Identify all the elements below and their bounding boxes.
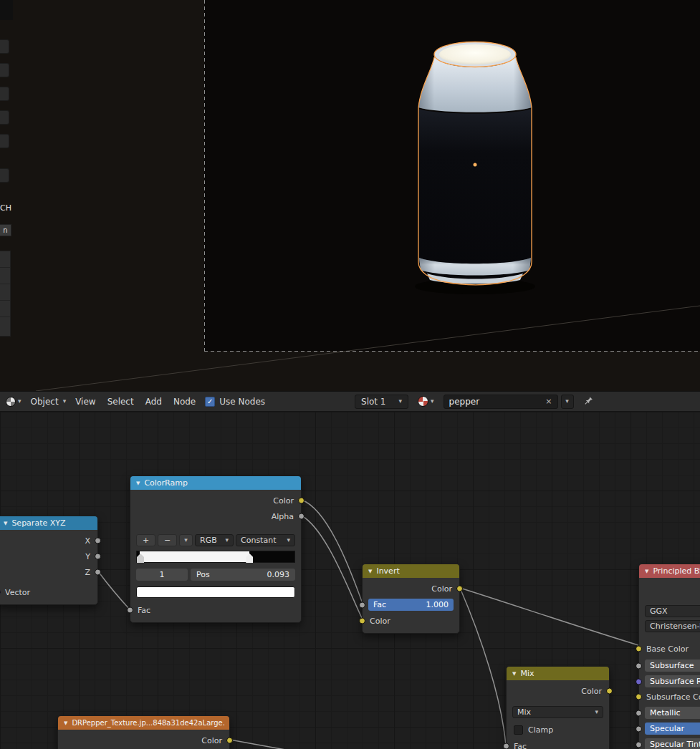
slot-value: Slot 1 [361, 397, 385, 407]
socket-subsurface-radius-input[interactable] [636, 678, 642, 685]
input-label: Subsurface [650, 661, 694, 670]
node-principled-bsdf[interactable]: ▼ Principled BS GGX ▾ Christensen-B ▾ Ba… [638, 564, 700, 749]
socket-color-output[interactable] [606, 688, 613, 695]
node-editor[interactable]: ▼ Separate XYZ X Y Z Vector [0, 412, 700, 749]
ramp-stop-2[interactable] [246, 554, 253, 563]
socket-subsurface-color-input[interactable] [636, 694, 642, 700]
output-label: Color [201, 736, 222, 745]
socket-subsurface-input[interactable] [636, 662, 642, 669]
blend-mode-dropdown[interactable]: Mix ▾ [512, 706, 603, 718]
socket-vector-input[interactable] [0, 589, 1, 596]
pos-label: Pos [196, 570, 210, 579]
specular-tint-slider[interactable]: Specular Tint [645, 738, 700, 749]
subsurface-radius-slider[interactable]: Subsurface Ra [645, 675, 700, 687]
node-separate-xyz[interactable]: ▼ Separate XYZ X Y Z Vector [0, 516, 98, 605]
color-ramp-gradient[interactable] [136, 551, 295, 563]
menu-node[interactable]: Node [173, 397, 196, 407]
stop-color-swatch[interactable] [136, 586, 295, 598]
subsurface-method-dropdown[interactable]: Christensen-B ▾ [645, 620, 700, 632]
stop-index-field[interactable]: 1 [136, 569, 188, 581]
panel-tab-fragment[interactable]: n [0, 224, 11, 236]
output-label: X [85, 536, 90, 546]
socket-alpha-output[interactable] [298, 513, 305, 520]
remove-stop-button[interactable]: − [158, 534, 177, 546]
toolbar-button-fragment[interactable] [0, 63, 9, 77]
menu-view[interactable]: View [75, 397, 95, 407]
add-stop-button[interactable]: + [136, 534, 155, 546]
material-slot-dropdown[interactable]: Slot 1 ▾ [355, 395, 408, 409]
ramp-specials-button[interactable]: ▾ [179, 534, 193, 546]
socket-metallic-input[interactable] [636, 710, 642, 716]
node-image-texture[interactable]: ▼ DRPepper_Texture.jp...848a31de42aLarge… [57, 715, 230, 749]
link-texture-to-mix [230, 740, 502, 749]
node-colorramp[interactable]: ▼ ColorRamp Color Alpha + − ▾ [130, 475, 302, 623]
distribution-dropdown[interactable]: GGX ▾ [645, 605, 700, 617]
object-origin-dot [474, 163, 477, 167]
socket-y-output[interactable] [95, 554, 101, 560]
socket-specular-tint-input[interactable] [636, 741, 642, 748]
stop-position-field[interactable]: Pos 0.093 [191, 569, 295, 581]
node-header[interactable]: ▼ Separate XYZ [0, 516, 97, 530]
close-icon[interactable]: × [545, 397, 552, 406]
interpolation-dropdown[interactable]: Constant ▾ [236, 534, 295, 546]
socket-color-output[interactable] [226, 738, 233, 744]
material-preview-icon [418, 396, 428, 407]
node-invert[interactable]: ▼ Invert Color Fac 1.000 Color [362, 564, 460, 634]
link-invert-to-basecolor [460, 588, 638, 645]
collapse-icon[interactable]: ▼ [512, 671, 516, 677]
socket-z-output[interactable] [95, 569, 101, 576]
material-browse-button[interactable]: ▾ [418, 396, 434, 407]
node-header[interactable]: ▼ ColorRamp [130, 476, 301, 490]
color-mode-dropdown[interactable]: RGB ▾ [195, 534, 234, 546]
menu-add[interactable]: Add [145, 397, 162, 407]
toolbar-button-fragment[interactable] [0, 110, 9, 125]
collapse-icon[interactable]: ▼ [645, 569, 648, 574]
input-label: Fac [138, 606, 150, 615]
metallic-slider[interactable]: Metallic [645, 707, 700, 719]
socket-color-input[interactable] [359, 618, 365, 624]
socket-color-output[interactable] [298, 498, 305, 504]
collapse-icon[interactable]: ▼ [64, 720, 67, 726]
collapse-icon[interactable]: ▼ [368, 569, 372, 574]
link-z-to-fac [98, 571, 130, 609]
subsurface-slider[interactable]: Subsurface [645, 659, 700, 672]
shader-type-dropdown[interactable]: Object ▾ [31, 397, 67, 407]
socket-fac-input[interactable] [359, 601, 365, 608]
editor-type-button[interactable]: ▾ [6, 397, 21, 407]
clamp-checkbox-row: Clamp [514, 723, 602, 737]
chevron-down-icon: ▾ [565, 398, 569, 405]
toolbar-button-fragment[interactable] [0, 87, 9, 101]
side-panel-fragment[interactable] [0, 251, 11, 337]
socket-specular-input[interactable] [636, 725, 642, 732]
pin-button[interactable] [583, 396, 594, 407]
node-header[interactable]: ▼ DRPepper_Texture.jp...848a31de42aLarge… [58, 716, 229, 730]
menu-select[interactable]: Select [107, 397, 134, 407]
clamp-checkbox[interactable] [514, 725, 523, 735]
node-title: ColorRamp [144, 478, 188, 488]
node-header[interactable]: ▼ Principled BS [639, 564, 700, 578]
ramp-fields: 1 Pos 0.093 [136, 569, 295, 581]
toolbar-button-fragment[interactable] [0, 168, 9, 183]
fac-slider[interactable]: Fac 1.000 [368, 599, 454, 611]
socket-fac-input[interactable] [503, 743, 509, 749]
material-dropdown-button[interactable]: ▾ [561, 395, 574, 409]
socket-base-color-input[interactable] [636, 646, 642, 652]
use-nodes-checkbox[interactable]: ✓ Use Nodes [205, 397, 265, 407]
node-header[interactable]: ▼ Mix [507, 667, 609, 680]
3d-viewport[interactable]: CH n [0, 0, 700, 391]
output-row-y: Y [0, 549, 97, 564]
collapse-icon[interactable]: ▼ [136, 480, 140, 486]
collapse-icon[interactable]: ▼ [4, 521, 7, 526]
node-header[interactable]: ▼ Invert [363, 564, 459, 578]
ramp-stop-1[interactable] [137, 554, 144, 563]
toolbar-button-fragment[interactable] [0, 134, 9, 148]
output-row-color: Color [130, 493, 301, 508]
socket-x-output[interactable] [95, 538, 101, 544]
node-mix[interactable]: ▼ Mix Color Mix ▾ Clamp Fac [506, 666, 610, 749]
socket-fac-input[interactable] [127, 607, 133, 614]
material-name-field[interactable]: pepper × [444, 395, 558, 409]
socket-color-output[interactable] [456, 586, 463, 592]
toolbar-button-fragment[interactable] [0, 39, 9, 54]
specular-slider[interactable]: Specular [645, 723, 700, 735]
distribution-value: GGX [650, 607, 668, 616]
